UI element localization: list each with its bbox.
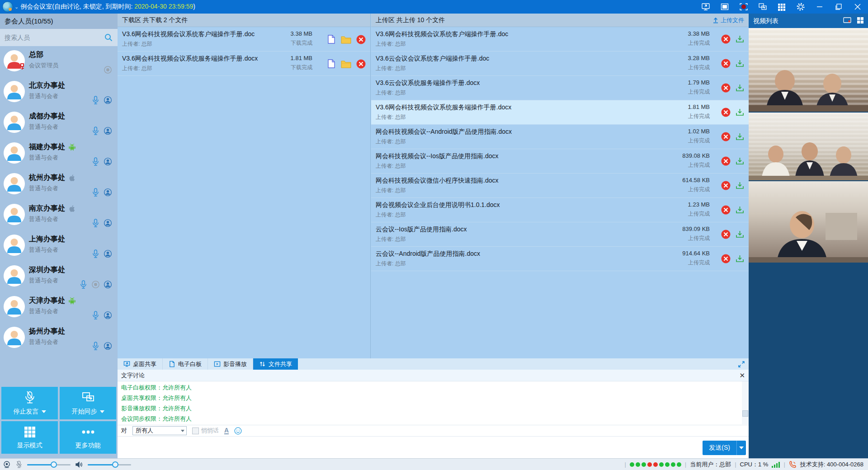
participant-row[interactable]: 福建办事处 普通与会者 [0,138,118,169]
mic-volume-slider[interactable] [27,461,71,469]
download-file-icon[interactable] [736,181,744,190]
maximize-button[interactable] [834,2,844,12]
participant-row[interactable]: 总部 会议管理员 [0,46,118,77]
delete-file-icon[interactable] [721,230,731,239]
mic-icon[interactable] [91,218,100,228]
delete-file-icon[interactable] [721,83,731,93]
send-button[interactable]: 发送(S) [703,441,746,455]
search-icon[interactable] [104,33,113,42]
video-user-icon[interactable] [104,342,112,350]
video-thumbnail[interactable] [749,28,868,112]
mic-icon[interactable] [91,341,100,351]
stop-speaking-button[interactable]: 停止发言 [1,387,58,419]
mic-icon[interactable] [91,310,100,320]
download-file-icon[interactable] [736,206,744,214]
dropdown-caret[interactable] [42,410,46,413]
upload-file-row[interactable]: 网会视频会议企业后台使用说明书1.0.1.docx 上传者: 总部 1.23 M… [371,198,749,222]
display-mode-button[interactable]: 显示模式 [1,421,58,454]
upload-file-row[interactable]: 网会科技视频会议--Android版产品使用指南.docx 上传者: 总部 1.… [371,125,749,149]
participant-row[interactable]: 成都办事处 普通与会者 [0,108,118,138]
whisper-checkbox[interactable] [192,428,199,434]
download-file-icon[interactable] [736,59,744,68]
mic-muted-icon[interactable] [15,461,23,469]
participant-row[interactable]: 深圳办事处 普通与会者 [0,261,118,292]
upload-file-row[interactable]: 网会科技视频会议--Ios版产品使用指南.docx 上传者: 总部 839.08… [371,149,749,174]
minimize-button[interactable] [815,2,825,12]
download-file-icon[interactable] [736,254,744,263]
open-folder-icon[interactable] [341,35,351,44]
sync-screens-icon[interactable] [758,2,768,12]
open-file-icon[interactable] [327,34,336,44]
tab-desktop-share[interactable]: 桌面共享 [118,358,163,370]
mic-icon[interactable] [79,280,88,289]
message-input[interactable] [118,437,749,458]
participant-row[interactable]: 南京办事处 普通与会者 [0,200,118,230]
upload-file-row[interactable]: 云会议--Android版产品使用指南.docx 上传者: 总部 914.64 … [371,247,749,271]
participant-row[interactable]: 北京办事处 普通与会者 [0,77,118,108]
camera-off-icon[interactable] [104,66,112,74]
open-folder-icon[interactable] [341,60,351,68]
delete-file-icon[interactable] [721,34,731,44]
download-file-icon[interactable] [736,108,744,117]
slider-knob[interactable] [51,461,57,468]
participant-row[interactable]: 上海办事处 普通与会者 [0,230,118,261]
whisper-option[interactable]: 悄悄话 [192,427,219,435]
chevron-down-icon[interactable]: ⌄ [14,4,19,10]
delete-file-icon[interactable] [721,156,731,166]
participant-row[interactable]: 扬州办事处 普通与会者 [0,323,118,353]
open-file-icon[interactable] [327,59,336,69]
download-file-icon[interactable] [736,132,744,141]
send-options-caret[interactable] [737,446,746,449]
screen-share-icon[interactable] [701,2,711,12]
video-user-icon[interactable] [104,311,112,320]
video-thumbnail[interactable] [749,113,868,180]
camera-off-icon[interactable] [91,280,100,289]
video-user-icon[interactable] [104,96,112,104]
download-file-icon[interactable] [736,230,744,239]
dropdown-caret[interactable] [100,410,104,413]
font-color-icon[interactable]: A [224,427,229,434]
tab-media-play[interactable]: 影音播放 [208,358,253,370]
upload-file-row[interactable]: V3.6云会议系统服务端操作手册.docx 上传者: 总部 1.79 MB 上传… [371,76,749,100]
upload-file-row[interactable]: 网会科技视频会议微信小程序快速指南.docx 上传者: 总部 614.58 KB… [371,174,749,198]
delete-file-icon[interactable] [721,205,731,215]
upload-file-row[interactable]: V3.6云会议会议系统客户端操作手册.doc 上传者: 总部 3.28 MB 上… [371,52,749,76]
fullscreen-window-icon[interactable] [720,2,730,12]
download-file-icon[interactable] [736,84,744,92]
emoji-icon[interactable] [234,427,242,435]
more-functions-button[interactable]: 更多功能 [60,421,116,454]
download-file-icon[interactable] [736,157,744,165]
video-layout-icon[interactable] [856,16,864,24]
speaker-icon[interactable] [75,461,83,468]
participant-row[interactable]: 杭州办事处 普通与会者 [0,169,118,200]
scrollbar-thumb[interactable] [742,410,748,417]
delete-file-icon[interactable] [721,59,731,68]
video-thumbnail[interactable] [749,181,868,263]
tab-file-share[interactable]: 文件共享 [253,358,298,370]
video-user-icon[interactable] [104,127,112,135]
upload-file-row[interactable]: V3.6网会科技视频会议系统客户端操作手册.doc 上传者: 总部 3.38 M… [371,27,749,52]
mic-icon[interactable] [91,126,100,136]
upload-file-row[interactable]: V3.6网会科技视频会议系统服务端操作手册.docx 上传者: 总部 1.81 … [371,100,749,125]
mic-icon[interactable] [91,95,100,105]
delete-file-icon[interactable] [356,35,366,44]
chat-scrollbar[interactable] [742,381,749,424]
mic-icon[interactable] [91,157,100,166]
slider-knob[interactable] [112,461,118,468]
download-file-icon[interactable] [736,35,744,43]
settings-gear-icon[interactable] [796,2,806,12]
delete-file-icon[interactable] [356,59,366,69]
video-user-icon[interactable] [104,188,112,197]
record-icon[interactable] [739,2,749,12]
webcam-icon[interactable] [3,461,11,469]
video-capture-icon[interactable] [843,16,852,24]
delete-file-icon[interactable] [721,108,731,117]
download-file-row[interactable]: V3.6网会科技视频会议系统客户端操作手册.doc 上传者: 总部 3.38 M… [118,27,370,52]
speaker-volume-slider[interactable] [88,461,131,469]
download-file-row[interactable]: V3.6网会科技视频会议系统服务端操作手册.docx 上传者: 总部 1.81 … [118,52,370,76]
mic-icon[interactable] [91,249,100,258]
video-user-icon[interactable] [104,280,112,289]
upload-file-row[interactable]: 云会议--Ios版产品使用指南.docx 上传者: 总部 839.09 KB 上… [371,222,749,247]
tab-whiteboard[interactable]: 电子白板 [163,358,208,370]
audience-select[interactable]: 所有人 [132,426,187,435]
